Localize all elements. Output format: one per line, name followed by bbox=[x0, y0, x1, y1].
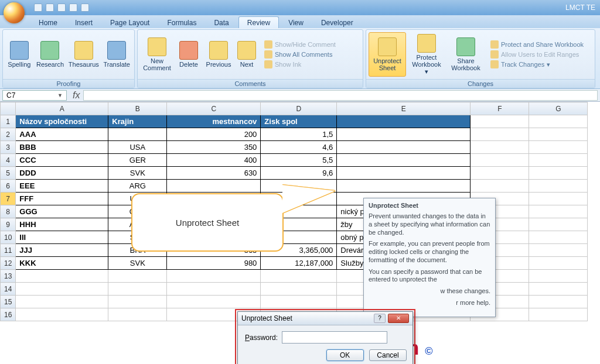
tab-review[interactable]: Review bbox=[238, 16, 279, 28]
cell[interactable] bbox=[337, 167, 471, 180]
cell[interactable] bbox=[167, 180, 261, 193]
cell[interactable] bbox=[529, 193, 588, 205]
dialog-titlebar[interactable]: Unprotect Sheet ? ✕ bbox=[238, 312, 412, 325]
cell[interactable] bbox=[529, 218, 588, 231]
header-cell[interactable] bbox=[337, 115, 471, 128]
cell[interactable]: GER bbox=[108, 154, 167, 167]
cancel-button[interactable]: Cancel bbox=[369, 349, 407, 361]
cell[interactable]: 400 bbox=[167, 154, 261, 167]
cell[interactable] bbox=[337, 180, 471, 193]
cell[interactable]: DDD bbox=[16, 167, 108, 180]
cell[interactable]: SVK bbox=[108, 257, 167, 270]
col-header-B[interactable]: B bbox=[108, 102, 167, 115]
cell[interactable] bbox=[108, 283, 167, 296]
cell[interactable] bbox=[529, 283, 588, 296]
row-header[interactable]: 3 bbox=[1, 141, 16, 154]
row-header[interactable]: 6 bbox=[1, 180, 16, 193]
dialog-close-button[interactable]: ✕ bbox=[388, 314, 409, 323]
save-icon[interactable] bbox=[34, 4, 42, 12]
cell[interactable]: 5,5 bbox=[261, 154, 337, 167]
row-header[interactable]: 10 bbox=[1, 231, 16, 244]
row-header[interactable]: 13 bbox=[1, 270, 16, 283]
cell[interactable] bbox=[16, 296, 108, 308]
cell[interactable] bbox=[529, 270, 588, 283]
redo-icon[interactable] bbox=[57, 4, 66, 12]
col-header-F[interactable]: F bbox=[471, 102, 529, 115]
cell[interactable] bbox=[167, 270, 261, 283]
cell[interactable]: ARG bbox=[108, 180, 167, 193]
cell[interactable]: 980 bbox=[167, 257, 261, 270]
fx-icon[interactable]: fx bbox=[69, 90, 83, 101]
previous-comment-button[interactable]: Previous bbox=[203, 32, 234, 77]
row-header[interactable]: 1 bbox=[1, 115, 16, 128]
cell[interactable] bbox=[261, 296, 337, 308]
col-header-D[interactable]: D bbox=[261, 102, 337, 115]
cell[interactable] bbox=[471, 154, 529, 167]
show-hide-comment[interactable]: Show/Hide Comment bbox=[262, 40, 338, 49]
cell[interactable]: KKK bbox=[16, 257, 108, 270]
cell[interactable]: GGG bbox=[16, 205, 108, 218]
cell[interactable] bbox=[529, 180, 588, 193]
cell[interactable] bbox=[529, 115, 588, 128]
cell[interactable] bbox=[16, 308, 108, 321]
cell[interactable]: JJJ bbox=[16, 244, 108, 257]
cell[interactable]: CCC bbox=[16, 154, 108, 167]
cell[interactable]: FFF bbox=[16, 193, 108, 205]
dialog-help-button[interactable]: ? bbox=[374, 314, 386, 323]
select-all-corner[interactable] bbox=[1, 102, 16, 115]
cell[interactable] bbox=[261, 270, 337, 283]
ok-button[interactable]: OK bbox=[326, 349, 364, 361]
cell[interactable]: AAA bbox=[16, 128, 108, 141]
show-ink[interactable]: Show Ink bbox=[262, 60, 338, 69]
cell[interactable]: USA bbox=[108, 141, 167, 154]
header-cell[interactable]: Krajin bbox=[108, 115, 167, 128]
cell[interactable]: 12,187,000 bbox=[261, 257, 337, 270]
cell[interactable]: III bbox=[16, 231, 108, 244]
row-header[interactable]: 12 bbox=[1, 257, 16, 270]
cell[interactable] bbox=[167, 296, 261, 308]
qat-icon-5[interactable] bbox=[81, 4, 89, 12]
col-header-E[interactable]: E bbox=[337, 102, 471, 115]
password-input[interactable] bbox=[282, 331, 387, 344]
row-header[interactable]: 5 bbox=[1, 167, 16, 180]
cell[interactable] bbox=[471, 141, 529, 154]
cell[interactable] bbox=[16, 270, 108, 283]
tab-home[interactable]: Home bbox=[30, 17, 66, 28]
tab-formulas[interactable]: Formulas bbox=[159, 17, 204, 28]
header-cell[interactable]: mestnancov bbox=[167, 115, 261, 128]
cell[interactable] bbox=[529, 257, 588, 270]
tab-developer[interactable]: Developer bbox=[313, 17, 362, 28]
cell[interactable] bbox=[337, 141, 471, 154]
spelling-button[interactable]: Spelling bbox=[5, 32, 33, 77]
track-changes[interactable]: Track Changes ▾ bbox=[488, 60, 586, 69]
cell[interactable] bbox=[337, 128, 471, 141]
cell[interactable]: 200 bbox=[167, 128, 261, 141]
protect-workbook-button[interactable]: Protect Workbook ▾ bbox=[407, 32, 446, 77]
cell[interactable] bbox=[529, 308, 588, 321]
share-workbook-button[interactable]: Share Workbook bbox=[447, 32, 485, 77]
thesaurus-button[interactable]: Thesaurus bbox=[67, 32, 100, 77]
header-cell[interactable]: Názov spoločnosti bbox=[16, 115, 108, 128]
col-header-C[interactable]: C bbox=[167, 102, 261, 115]
tab-page-layout[interactable]: Page Layout bbox=[102, 17, 158, 28]
cell[interactable] bbox=[261, 283, 337, 296]
cell[interactable] bbox=[529, 244, 588, 257]
name-box-dropdown-icon[interactable]: ▼ bbox=[57, 92, 63, 98]
research-button[interactable]: Research bbox=[35, 32, 66, 77]
undo-icon[interactable] bbox=[46, 4, 54, 12]
next-comment-button[interactable]: Next bbox=[235, 32, 258, 77]
show-all-comments[interactable]: Show All Comments bbox=[262, 50, 338, 59]
cell[interactable]: HHH bbox=[16, 218, 108, 231]
col-header-A[interactable]: A bbox=[16, 102, 108, 115]
cell[interactable] bbox=[167, 283, 261, 296]
cell[interactable] bbox=[529, 128, 588, 141]
row-header[interactable]: 15 bbox=[1, 296, 16, 308]
row-header[interactable]: 14 bbox=[1, 283, 16, 296]
row-header[interactable]: 8 bbox=[1, 205, 16, 218]
formula-input[interactable] bbox=[83, 90, 598, 101]
cell[interactable]: 630 bbox=[167, 167, 261, 180]
cell[interactable] bbox=[529, 154, 588, 167]
cell[interactable] bbox=[337, 154, 471, 167]
cell[interactable]: EEE bbox=[16, 180, 108, 193]
cell[interactable]: 350 bbox=[167, 141, 261, 154]
